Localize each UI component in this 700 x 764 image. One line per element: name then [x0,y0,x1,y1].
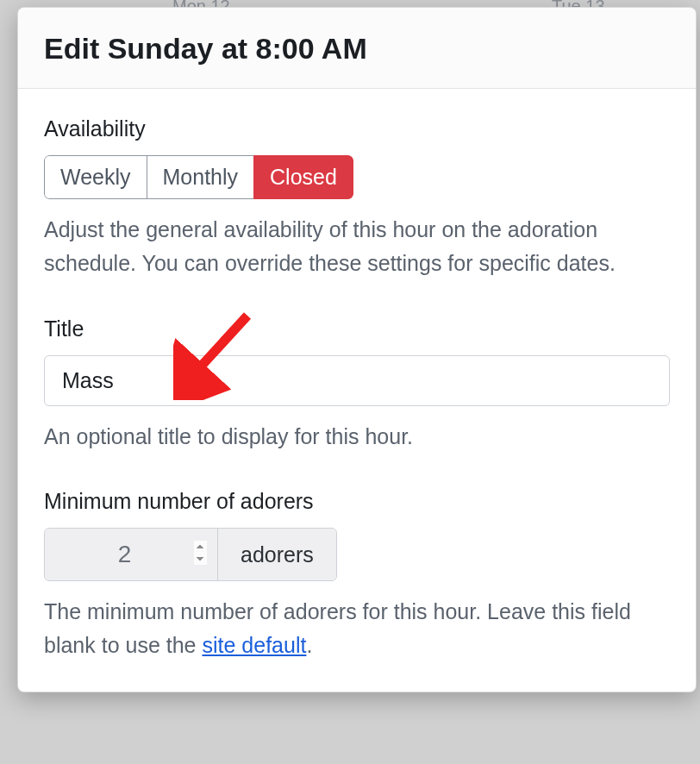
availability-label: Availability [44,116,670,141]
availability-section: Availability Weekly Monthly Closed Adjus… [44,116,670,280]
title-help-text: An optional title to display for this ho… [44,420,670,454]
title-section: Title An optional title to display for t… [44,316,670,454]
min-adorers-section: Minimum number of adorers adorers The mi… [44,489,670,662]
min-adorers-help-text: The minimum number of adorers for this h… [44,595,670,662]
modal-body: Availability Weekly Monthly Closed Adjus… [18,89,696,692]
modal-title: Edit Sunday at 8:00 AM [44,32,670,66]
availability-closed-button[interactable]: Closed [253,155,353,199]
modal-header: Edit Sunday at 8:00 AM [18,8,696,89]
min-adorers-input[interactable] [45,529,217,580]
min-adorers-label: Minimum number of adorers [44,489,670,514]
edit-hour-modal: Edit Sunday at 8:00 AM Availability Week… [17,7,697,692]
min-adorers-addon: adorers [217,529,336,580]
availability-help-text: Adjust the general availability of this … [44,213,670,280]
min-adorers-input-group: adorers [44,528,337,581]
min-adorers-help-after: . [306,633,312,657]
availability-weekly-button[interactable]: Weekly [44,155,147,199]
title-input[interactable] [44,355,670,406]
min-adorers-help-before: The minimum number of adorers for this h… [44,599,631,657]
availability-monthly-button[interactable]: Monthly [147,155,255,199]
availability-toggle-group: Weekly Monthly Closed [44,155,353,199]
site-default-link[interactable]: site default [202,633,306,657]
title-label: Title [44,316,670,341]
